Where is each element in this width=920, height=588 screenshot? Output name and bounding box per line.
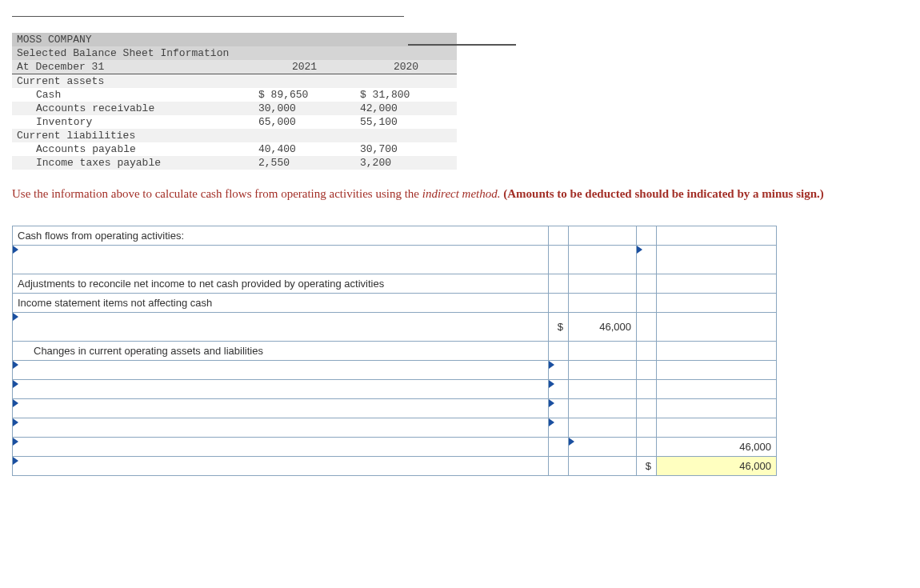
ws-dropdown[interactable] — [549, 399, 569, 418]
row-ap-2021: 40,400 — [254, 142, 355, 156]
ws-changes: Changes in current operating assets and … — [13, 342, 549, 361]
cell[interactable] — [549, 342, 569, 361]
row-itp-2020: 3,200 — [355, 156, 457, 170]
ws-dropdown[interactable] — [13, 313, 549, 342]
date-label: At December 31 — [12, 60, 254, 74]
ws-dropdown[interactable] — [13, 380, 549, 399]
ws-dropdown[interactable] — [13, 457, 549, 476]
row-inv-2020: 55,100 — [355, 115, 457, 129]
ws-dropdown[interactable] — [549, 418, 569, 438]
ws-not-affecting: Income statement items not affecting cas… — [13, 294, 549, 313]
row-itp-label: Income taxes payable — [12, 156, 254, 170]
ws-dropdown[interactable] — [13, 399, 549, 418]
row-inv-2021: 65,000 — [254, 115, 355, 129]
cell[interactable] — [637, 399, 657, 418]
worksheet-table: Cash flows from operating activities: Ad… — [12, 226, 777, 476]
balance-sheet-table: MOSS COMPANY Selected Balance Sheet Info… — [12, 33, 457, 170]
cell[interactable] — [657, 274, 777, 294]
cell[interactable] — [569, 226, 637, 246]
instruction-bold: (Amounts to be deducted should be indica… — [501, 187, 824, 200]
cell[interactable] — [637, 380, 657, 399]
ws-dropdown[interactable] — [13, 246, 549, 274]
row-cash-2020: $ 31,800 — [355, 88, 457, 102]
cell[interactable] — [549, 294, 569, 313]
cell[interactable] — [549, 438, 569, 457]
year-2021: 2021 — [254, 60, 355, 74]
sheet-title: Selected Balance Sheet Information — [12, 46, 457, 60]
cell[interactable] — [657, 399, 777, 418]
row-ap-label: Accounts payable — [12, 142, 254, 156]
cell[interactable] — [569, 380, 637, 399]
row-ap-2020: 30,700 — [355, 142, 457, 156]
ws-amount1-sym: $ — [549, 313, 569, 342]
ws-amount1-val[interactable]: 46,000 — [569, 313, 637, 342]
top-rule — [12, 16, 404, 17]
row-cash-2021: $ 89,650 — [254, 88, 355, 102]
cell[interactable] — [569, 399, 637, 418]
cell[interactable] — [569, 294, 637, 313]
cell[interactable] — [637, 294, 657, 313]
underline-rule — [408, 44, 516, 46]
ws-dropdown[interactable] — [549, 380, 569, 399]
ws-dropdown[interactable] — [637, 246, 657, 274]
cell[interactable] — [657, 313, 777, 342]
cell[interactable] — [569, 418, 637, 438]
row-cash-label: Cash — [12, 88, 254, 102]
cell[interactable] — [549, 246, 569, 274]
section-current-liabilities: Current liabilities — [12, 129, 254, 142]
cell[interactable] — [657, 380, 777, 399]
row-itp-2021: 2,550 — [254, 156, 355, 170]
cell[interactable] — [657, 294, 777, 313]
ws-dropdown[interactable] — [13, 438, 549, 457]
ws-dropdown[interactable] — [13, 361, 549, 380]
row-ar-2021: 30,000 — [254, 102, 355, 115]
ws-subtotal[interactable]: 46,000 — [657, 438, 777, 457]
company-name: MOSS COMPANY — [12, 33, 457, 46]
cell[interactable] — [569, 342, 637, 361]
instruction-text: Use the information above to calculate c… — [12, 186, 908, 202]
cell[interactable] — [637, 274, 657, 294]
section-current-assets: Current assets — [12, 74, 254, 89]
cell[interactable] — [637, 361, 657, 380]
cell[interactable] — [637, 226, 657, 246]
cell[interactable] — [569, 361, 637, 380]
ws-dropdown[interactable] — [549, 361, 569, 380]
cell[interactable] — [569, 457, 637, 476]
ws-total-sym: $ — [637, 457, 657, 476]
cell[interactable] — [569, 246, 637, 274]
ws-dropdown[interactable] — [569, 438, 637, 457]
cell[interactable] — [657, 226, 777, 246]
ws-total-val[interactable]: 46,000 — [657, 457, 777, 476]
instruction-italic: indirect method. — [422, 187, 501, 200]
row-ar-label: Accounts receivable — [12, 102, 254, 115]
year-2020: 2020 — [355, 60, 457, 74]
cell[interactable] — [637, 313, 657, 342]
cell[interactable] — [657, 418, 777, 438]
row-inv-label: Inventory — [12, 115, 254, 129]
cell[interactable] — [637, 438, 657, 457]
cell[interactable] — [657, 342, 777, 361]
row-ar-2020: 42,000 — [355, 102, 457, 115]
cell[interactable] — [637, 418, 657, 438]
cell[interactable] — [549, 274, 569, 294]
cell[interactable] — [549, 457, 569, 476]
ws-adjustments: Adjustments to reconcile net income to n… — [13, 274, 549, 294]
ws-dropdown[interactable] — [13, 418, 549, 438]
cell[interactable] — [549, 226, 569, 246]
instruction-part1: Use the information above to calculate c… — [12, 187, 422, 200]
cell[interactable] — [657, 361, 777, 380]
cell[interactable] — [569, 274, 637, 294]
cell[interactable] — [637, 342, 657, 361]
ws-header: Cash flows from operating activities: — [13, 226, 549, 246]
cell[interactable] — [657, 246, 777, 274]
